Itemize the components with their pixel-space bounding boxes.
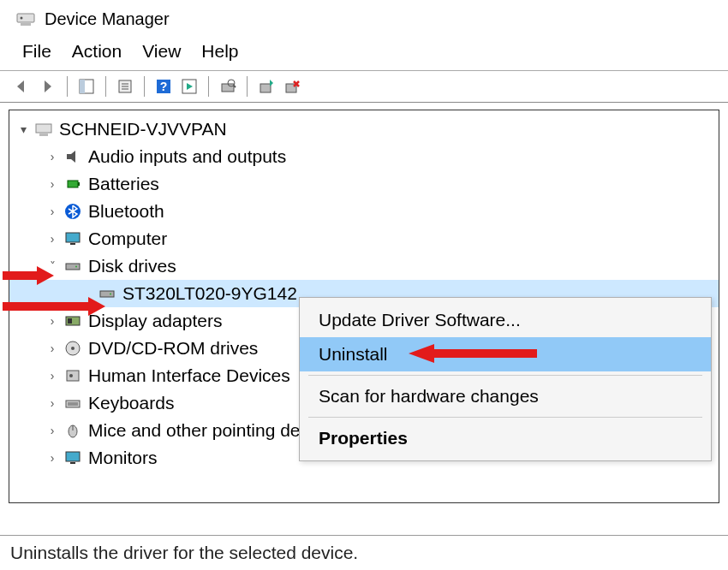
tree-item-label: Audio inputs and outputs (88, 143, 286, 170)
disk-icon (63, 256, 83, 276)
svg-rect-15 (222, 84, 234, 92)
action-button[interactable] (177, 74, 201, 98)
ctx-uninstall[interactable]: Uninstall (300, 337, 711, 371)
help-button[interactable]: ? (152, 74, 176, 98)
svg-text:?: ? (160, 80, 168, 93)
forward-button[interactable] (36, 74, 60, 98)
svg-rect-35 (100, 291, 114, 297)
chevron-right-icon: › (44, 143, 61, 170)
tree-item-label: DVD/CD-ROM drives (88, 335, 258, 362)
status-text: Uninstalls the driver for the selected d… (10, 543, 358, 562)
ctx-scan-hardware[interactable]: Scan for hardware changes (300, 379, 711, 413)
svg-marker-50 (409, 344, 537, 363)
svg-rect-48 (66, 452, 80, 461)
svg-rect-33 (66, 264, 80, 270)
menu-action[interactable]: Action (63, 39, 130, 63)
svg-point-34 (75, 266, 77, 268)
chevron-right-icon: › (44, 225, 61, 252)
device-manager-window: Device Manager File Action View Help ? (0, 0, 728, 570)
tree-item-label: Display adapters (88, 307, 222, 335)
svg-point-36 (110, 294, 111, 295)
mouse-icon (63, 420, 83, 441)
device-tree: ▾ SCHNEID-VJVVPAN › Audio inputs and out… (9, 110, 719, 503)
ctx-uninstall-label: Uninstall (319, 344, 388, 364)
context-menu: Update Driver Software... Uninstall Scan… (299, 297, 712, 461)
toolbar: ? (0, 70, 728, 103)
svg-rect-43 (66, 401, 80, 407)
battery-icon (63, 174, 83, 194)
tree-item-label: Human Interface Devices (88, 362, 290, 389)
hid-icon (63, 365, 83, 386)
svg-marker-23 (3, 266, 54, 285)
svg-rect-26 (39, 134, 48, 136)
svg-rect-49 (70, 462, 75, 464)
computer-icon (33, 119, 54, 140)
svg-marker-4 (45, 80, 51, 92)
speaker-icon (63, 146, 83, 167)
svg-rect-31 (66, 233, 80, 242)
svg-rect-28 (68, 181, 78, 187)
svg-marker-19 (270, 80, 273, 86)
device-tree-area: ▾ SCHNEID-VJVVPAN › Audio inputs and out… (0, 103, 728, 535)
app-icon (15, 9, 36, 29)
menubar: File Action View Help (0, 34, 728, 70)
chevron-right-icon: › (44, 170, 61, 198)
tree-item-computer[interactable]: › Computer (9, 225, 719, 252)
svg-rect-32 (70, 243, 75, 245)
annotation-arrow (3, 297, 105, 316)
statusbar: Uninstalls the driver for the selected d… (0, 535, 728, 570)
menu-view[interactable]: View (134, 39, 189, 63)
chevron-right-icon: › (44, 444, 61, 472)
tree-item-label: Monitors (88, 444, 158, 472)
tree-item-disk-drives[interactable]: ˅ Disk drives (9, 252, 719, 280)
properties-button[interactable] (113, 74, 137, 98)
update-driver-button[interactable] (254, 74, 278, 98)
monitor-icon (63, 229, 83, 249)
svg-rect-25 (36, 124, 51, 133)
chevron-right-icon: › (44, 389, 61, 417)
titlebar: Device Manager (0, 0, 728, 34)
chevron-right-icon: › (44, 335, 61, 362)
tree-item-label: ST320LT020-9YG142 (122, 280, 297, 307)
monitor-icon (63, 448, 83, 468)
keyboard-icon (63, 393, 83, 413)
window-title: Device Manager (45, 9, 170, 29)
svg-point-2 (21, 17, 23, 20)
tree-item-audio[interactable]: › Audio inputs and outputs (9, 143, 719, 170)
svg-rect-0 (17, 14, 34, 22)
tree-root[interactable]: ▾ SCHNEID-VJVVPAN (9, 116, 719, 143)
svg-marker-27 (67, 151, 75, 163)
svg-rect-1 (21, 23, 31, 26)
annotation-arrow (3, 266, 54, 285)
show-hide-tree-button[interactable] (75, 74, 98, 98)
separator (308, 375, 702, 376)
tree-item-bluetooth[interactable]: › Bluetooth (9, 198, 719, 225)
ctx-update-driver[interactable]: Update Driver Software... (300, 303, 711, 337)
svg-point-42 (69, 374, 73, 377)
svg-rect-18 (260, 84, 271, 92)
ctx-properties[interactable]: Properties (300, 421, 711, 455)
chevron-right-icon: › (44, 198, 61, 225)
svg-rect-29 (78, 182, 80, 186)
chevron-down-icon: ▾ (15, 116, 32, 143)
svg-marker-14 (187, 83, 193, 90)
back-button[interactable] (10, 74, 34, 98)
tree-item-label: Disk drives (88, 252, 176, 280)
bluetooth-icon (63, 201, 83, 222)
svg-marker-24 (3, 297, 105, 316)
chevron-right-icon: › (44, 417, 61, 444)
optical-icon (63, 338, 83, 359)
svg-line-17 (234, 86, 236, 87)
tree-item-batteries[interactable]: › Batteries (9, 170, 719, 198)
tree-item-label: Keyboards (88, 389, 174, 417)
menu-file[interactable]: File (14, 39, 60, 63)
menu-help[interactable]: Help (193, 39, 247, 63)
chevron-right-icon: › (44, 362, 61, 389)
tree-item-label: Computer (88, 225, 167, 252)
annotation-arrow (409, 344, 537, 363)
svg-marker-3 (17, 80, 24, 92)
uninstall-button[interactable] (280, 74, 304, 98)
scan-hardware-button[interactable] (216, 74, 240, 98)
svg-rect-6 (80, 80, 85, 93)
tree-item-label: Batteries (88, 170, 159, 198)
